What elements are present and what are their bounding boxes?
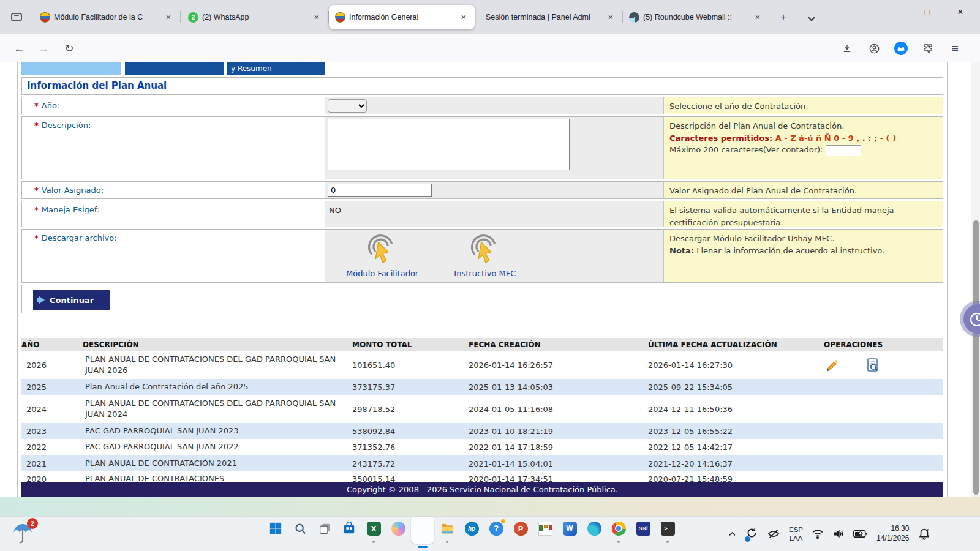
file-explorer-icon[interactable] — [439, 520, 455, 536]
chrome-icon[interactable] — [611, 520, 627, 536]
form-row-descripcion: *Descripción: Descripción del Plan Anual… — [21, 116, 943, 179]
view-document-icon[interactable] — [865, 358, 880, 372]
ano-select[interactable] — [328, 99, 367, 113]
tab-panel-admin[interactable]: Sesión terminada | Panel Admi × — [476, 5, 622, 29]
header-ultima-fecha: ÚLTIMA FECHA ACTUALIZACIÓN — [648, 338, 824, 351]
copilot-icon[interactable] — [390, 520, 406, 536]
start-button[interactable] — [268, 520, 284, 536]
toolbar-right-buttons: ≡ — [837, 38, 965, 59]
module-tab-resumen[interactable]: y Resumen — [227, 62, 325, 75]
forward-button[interactable]: → — [33, 38, 54, 59]
excel-icon[interactable]: X — [366, 520, 382, 536]
firefox-icon[interactable] — [415, 520, 431, 536]
firefox-view-button[interactable] — [7, 8, 26, 26]
winged-clock-icon — [967, 308, 980, 330]
continue-button-panel: Continuar — [21, 285, 943, 313]
header-operaciones: OPERACIONES — [824, 338, 943, 351]
descargar-label: Descargar archivo: — [42, 233, 117, 242]
language-indicator[interactable]: ESP LAA — [789, 525, 803, 543]
search-icon[interactable] — [292, 520, 308, 536]
descripcion-textarea[interactable] — [328, 119, 570, 170]
volume-icon[interactable] — [832, 528, 845, 540]
tray-chevron-up-icon[interactable] — [728, 530, 737, 539]
form-row-valor: *Valor Asignado: Valor Asignado del Plan… — [21, 181, 943, 199]
tab-close-icon[interactable]: × — [458, 11, 470, 23]
whatsapp-badge-icon: 2 — [188, 12, 198, 23]
tab-close-icon[interactable]: × — [311, 11, 323, 23]
continuar-button[interactable]: Continuar — [33, 290, 110, 310]
tab-roundcube[interactable]: (5) Roundcube Webmail :: × — [623, 5, 769, 29]
edit-pencil-icon[interactable] — [824, 358, 839, 372]
help-icon[interactable]: ? — [488, 520, 504, 536]
table-row[interactable]: 2022 PAC GAD PARROQUIAL SAN JUAN 2022 37… — [21, 439, 943, 455]
privacy-eye-off-icon[interactable] — [767, 527, 780, 541]
timer-overlay-widget[interactable] — [960, 301, 980, 337]
arrow-right-icon — [39, 296, 45, 304]
notification-bell-icon[interactable]: z — [918, 527, 931, 541]
account-icon[interactable] — [864, 38, 884, 59]
tab-close-icon[interactable]: × — [752, 11, 764, 23]
tab-close-icon[interactable]: × — [162, 11, 175, 23]
window-close-button[interactable]: × — [946, 0, 975, 24]
menu-hamburger-icon[interactable]: ≡ — [944, 38, 965, 59]
valor-asignado-input[interactable] — [328, 184, 432, 197]
nota-label: Nota: — [669, 246, 694, 255]
instructivo-mfc-link[interactable]: Instructivo MFC — [454, 269, 516, 278]
sync-update-icon[interactable] — [745, 527, 758, 542]
module-tab-2[interactable] — [125, 62, 224, 75]
tab-title: Sesión terminada | Panel Admi — [486, 13, 601, 21]
downloads-icon[interactable] — [837, 38, 858, 59]
counter-label: Máximo 200 caracteres(Ver contador): — [669, 145, 823, 154]
powerpoint-icon[interactable]: P — [513, 520, 529, 536]
chars-permitted-label: Caracteres permitidos: — [669, 133, 772, 143]
tab-whatsapp[interactable]: 2 (2) WhatsApp × — [182, 5, 328, 29]
scrollbar-thumb[interactable] — [973, 220, 979, 495]
plan-anual-form: Información del Plan Anual *Año: Selecci… — [21, 77, 943, 285]
table-row[interactable]: 2024 PLAN ANUAL DE CONTRATACIONES DEL GA… — [21, 395, 943, 423]
list-tabs-button[interactable] — [804, 10, 820, 26]
edge-icon[interactable] — [586, 520, 602, 536]
word-icon[interactable]: W — [562, 520, 578, 536]
microsoft-store-icon[interactable] — [341, 520, 357, 536]
descripcion-label: Descripción: — [42, 121, 91, 130]
table-row[interactable]: 2021 PLAN ANUAL DE CONTRATACIÓN 2021 243… — [21, 455, 943, 471]
sri-icon[interactable]: SRi — [635, 520, 651, 536]
tab-modulo-facilitador[interactable]: Módulo Facilitador de la C × — [34, 5, 179, 29]
table-row[interactable]: 2026 PLAN ANUAL DE CONTRATACIONES DEL GA… — [21, 351, 943, 379]
extensions-puzzle-icon[interactable] — [918, 38, 938, 59]
window-maximize-button[interactable]: □ — [913, 0, 942, 24]
hp-icon[interactable]: hp — [464, 520, 480, 536]
table-row[interactable]: 2023 PAC GAD PARROQUIAL SAN JUAN 2023 53… — [21, 423, 943, 439]
screen: Módulo Facilitador de la C × 2 (2) Whats… — [0, 0, 980, 551]
wifi-icon[interactable] — [812, 528, 824, 540]
new-tab-button[interactable]: + — [775, 10, 791, 26]
scrollbar[interactable] — [971, 62, 980, 497]
tab-close-icon[interactable]: × — [605, 11, 617, 23]
char-counter-input[interactable] — [826, 145, 861, 156]
nota-text: Llenar la información de acuerdo al inst… — [694, 246, 884, 255]
modulo-facilitador-download[interactable]: Módulo Facilitador — [346, 234, 418, 278]
window-minimize-button[interactable]: – — [880, 0, 909, 24]
tab-title: (2) WhatsApp — [202, 13, 307, 21]
module-tab-1[interactable] — [21, 62, 121, 75]
tab-informacion-general[interactable]: Información General × — [329, 5, 475, 29]
back-button[interactable]: ← — [9, 38, 29, 59]
ecuador-crest-icon — [335, 12, 345, 23]
clock[interactable]: 16:30 14/1/2026 — [876, 524, 909, 543]
task-view-icon[interactable] — [317, 520, 333, 536]
page-title: Información del Plan Anual — [21, 77, 943, 95]
valor-help: Valor Asignado del Plan Anual de Contrat… — [663, 182, 943, 198]
battery-icon[interactable] — [853, 528, 868, 540]
terminal-icon[interactable]: >_ — [660, 520, 676, 536]
modulo-facilitador-link[interactable]: Módulo Facilitador — [346, 269, 418, 278]
widgets-weather-button[interactable]: 2 — [9, 519, 39, 547]
copyright-footer: Copyright © 2008 - 2026 Servicio Naciona… — [21, 482, 943, 497]
desktop-strip — [0, 497, 980, 516]
reload-button[interactable]: ↻ — [59, 38, 80, 59]
instructivo-mfc-download[interactable]: Instructivo MFC — [454, 234, 516, 278]
plans-table: AÑO DESCRIPCIÓN MONTO TOTAL FECHA CREACI… — [21, 338, 943, 487]
firefox-sync-icon[interactable] — [891, 38, 911, 59]
required-marker: * — [34, 101, 39, 110]
gad-app-icon[interactable] — [537, 520, 553, 536]
table-row[interactable]: 2025 Plan Anual de Contratación del año … — [21, 379, 943, 395]
